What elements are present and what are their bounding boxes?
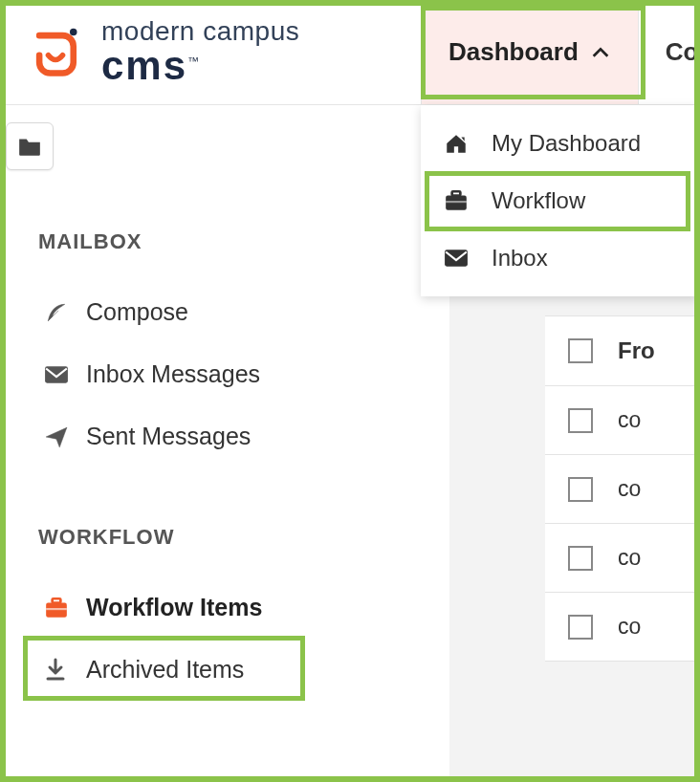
primary-nav: Dashboard Co [421,0,700,104]
row-from-cell: co [618,476,641,502]
sidebar-item-sent[interactable]: Sent Messages [38,405,421,467]
sidebar-item-label: Compose [86,298,188,326]
row-from-cell: co [618,614,641,640]
table-row[interactable]: co [545,386,700,455]
table-row[interactable]: co [545,524,700,593]
svg-rect-7 [452,191,461,195]
dropdown-item-workflow[interactable]: Workflow [421,172,698,229]
brand-text-bottom: cms™ [101,45,299,87]
briefcase-icon [44,597,86,619]
row-checkbox[interactable] [568,615,593,640]
brand-mark-icon [27,23,84,80]
svg-rect-3 [53,598,61,602]
sidebar-item-archived[interactable]: Archived Items [38,639,421,701]
sidebar-item-workflow-items[interactable]: Workflow Items [38,576,421,639]
sidebar-item-label: Workflow Items [86,594,262,621]
row-checkbox[interactable] [568,477,593,502]
table-header-row: Fro [545,316,700,386]
chevron-up-icon [590,42,611,63]
content-area: My Dashboard Workflow Inbox Fro [449,105,700,782]
envelope-icon [444,249,492,268]
brand-text-top: modern campus [101,17,299,45]
section-mailbox-title: MAILBOX [38,229,421,254]
sidebar-item-inbox[interactable]: Inbox Messages [38,343,421,405]
svg-rect-9 [445,250,468,266]
dropdown-item-label: My Dashboard [492,130,641,157]
svg-point-0 [70,29,77,36]
row-from-cell: co [618,545,641,571]
folder-button[interactable] [6,122,54,170]
feather-icon [44,300,86,325]
sidebar-item-compose[interactable]: Compose [38,281,421,343]
dropdown-item-label: Inbox [492,245,548,272]
dropdown-item-my-dashboard[interactable]: My Dashboard [421,115,698,172]
tab-content-label: Co [666,37,699,67]
workflow-table: Fro co co co co [545,315,700,662]
home-icon [444,132,492,155]
row-checkbox[interactable] [568,408,593,433]
envelope-icon [44,365,86,384]
svg-rect-4 [46,608,67,610]
app-header: modern campus cms™ Dashboard Co [0,0,700,105]
dashboard-dropdown: My Dashboard Workflow Inbox [421,105,698,296]
row-from-cell: co [618,407,641,433]
download-icon [44,658,86,683]
sidebar-item-label: Inbox Messages [86,360,260,388]
svg-rect-1 [45,366,68,382]
sidebar: MAILBOX Compose Inbox Messages Sent Mess… [0,105,449,782]
table-row[interactable]: co [545,593,700,662]
column-header-from[interactable]: Fro [618,337,655,364]
brand-logo[interactable]: modern campus cms™ [0,17,421,87]
sidebar-item-label: Sent Messages [86,423,251,450]
sidebar-item-label: Archived Items [86,656,244,684]
tab-dashboard-label: Dashboard [448,37,579,67]
dropdown-item-inbox[interactable]: Inbox [421,229,698,287]
dropdown-item-label: Workflow [492,187,585,214]
folder-icon [17,136,42,157]
table-row[interactable]: co [545,455,700,524]
tab-dashboard[interactable]: Dashboard [421,0,638,104]
tab-content[interactable]: Co [638,0,700,104]
paper-plane-icon [44,424,86,449]
select-all-checkbox[interactable] [568,338,593,363]
section-workflow-title: WORKFLOW [38,525,421,550]
briefcase-icon [444,189,492,212]
svg-rect-8 [446,201,467,203]
row-checkbox[interactable] [568,546,593,571]
